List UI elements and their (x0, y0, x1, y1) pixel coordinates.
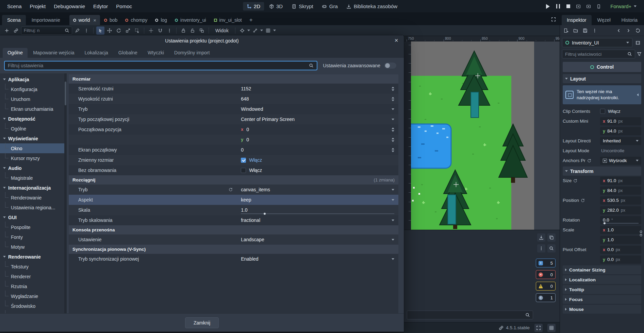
tree-category-aplikacja[interactable]: Aplikacja (0, 74, 67, 84)
link-button[interactable] (12, 27, 20, 35)
tree-item-konfiguracja[interactable]: Konfiguracja (0, 84, 67, 94)
tree-scrollbar[interactable] (64, 73, 67, 313)
tree-item-fonty[interactable]: Fonty (0, 232, 67, 242)
log-filter-input[interactable] (410, 313, 525, 318)
setting-row-bez-obramowania[interactable]: Bez obramowaniaWłącz (69, 165, 398, 175)
unlock-button[interactable] (188, 27, 197, 35)
scene-tab-log[interactable]: log (151, 15, 171, 25)
setting-row-tryb[interactable]: TrybWindowed (69, 104, 398, 114)
save-button[interactable] (581, 27, 589, 35)
tree-item-rzutnia[interactable]: Rzutnia (0, 281, 67, 291)
list-select-button[interactable] (133, 27, 141, 35)
tree-item-rodowisko[interactable]: Środowisko (0, 301, 67, 311)
scene-tab-world[interactable]: world× (69, 15, 100, 25)
checkbox[interactable] (241, 168, 246, 173)
dropdown-control[interactable] (392, 220, 394, 221)
view-menu-button[interactable]: Widok (212, 27, 232, 34)
property-value[interactable]: y84.0px (600, 187, 641, 195)
stop-button[interactable] (564, 2, 572, 11)
dropdown-control[interactable] (392, 108, 394, 110)
snap-button[interactable] (156, 27, 164, 35)
pause-button[interactable] (554, 2, 562, 11)
new-resource-button[interactable] (562, 27, 570, 35)
property-value[interactable]: y84.0px (600, 127, 641, 135)
inspector-section-layout[interactable]: Layout (563, 74, 641, 83)
property-value[interactable]: y1.0 (600, 236, 641, 244)
tree-category-wy-wietlanie[interactable]: Wyświetlanie (0, 134, 67, 143)
spin-control[interactable] (392, 87, 394, 91)
inspector-section-localization[interactable]: Localization (563, 275, 641, 284)
menu-scena[interactable]: Scena (3, 2, 26, 11)
dropdown-control[interactable] (392, 119, 394, 120)
property-value[interactable]: y282.0px (600, 206, 641, 214)
tree-item-okno[interactable]: Okno (0, 143, 67, 153)
scene-canvas[interactable] (411, 41, 560, 230)
badge-warnings[interactable]: !0 (536, 282, 556, 291)
2d-viewport[interactable]: 750800850900950 (404, 36, 560, 230)
tree-item-uruchom[interactable]: Uruchom (0, 94, 67, 104)
dock-tab-inspektor[interactable]: Inspektor (562, 15, 592, 25)
filter-options-icon[interactable] (637, 50, 642, 58)
slider-track[interactable] (603, 223, 639, 224)
scene-tab-inv-ui-slot[interactable]: inv_ui_slot (210, 15, 246, 25)
history-button[interactable] (634, 27, 642, 35)
property-value[interactable]: Wyśrodk (600, 157, 641, 165)
setting-row-tryb-skalowania[interactable]: Tryb skalowaniafractional (69, 215, 398, 225)
spin-control[interactable] (392, 148, 394, 152)
spinbox-arrows-icon[interactable] (392, 148, 394, 152)
spinbox-arrows-icon[interactable] (392, 138, 394, 142)
checkbox[interactable] (241, 158, 246, 163)
play-scene-button[interactable] (574, 2, 582, 11)
move-button[interactable] (105, 27, 114, 35)
dropdown-control[interactable] (392, 189, 394, 191)
revert-icon[interactable] (573, 179, 577, 183)
renderer-select[interactable]: Forward+ (608, 3, 639, 10)
select-button[interactable] (96, 27, 104, 35)
tree-item-tekstury[interactable]: Tekstury (0, 262, 67, 271)
tree-item-renderer[interactable]: Renderer (0, 271, 67, 281)
menu-debugowanie[interactable]: Debugowanie (50, 2, 89, 11)
tree-category-gui[interactable]: GUI (0, 212, 67, 222)
setting-row-skala[interactable]: Skala1.0 (69, 205, 398, 215)
setting-row-zmienny-rozmiar[interactable]: Zmienny rozmiarWłącz (69, 155, 398, 165)
dock-tab-w-ze[interactable]: Węzeł (592, 15, 616, 25)
remote-debug-button[interactable] (595, 2, 603, 11)
dropdown-control[interactable] (392, 199, 394, 201)
property-value[interactable]: x0.0px (600, 246, 641, 254)
scene-tab-chompy[interactable]: chompy (121, 15, 151, 25)
settings-tab-domy-lny-import[interactable]: Domyślny import (169, 48, 214, 58)
dock-tab-historia[interactable]: Historia (616, 15, 643, 25)
brush-button[interactable] (73, 27, 81, 35)
settings-search-input[interactable] (8, 63, 307, 68)
property-value[interactable]: x91.0px (600, 117, 641, 125)
spinbox-arrows-icon[interactable] (392, 97, 394, 101)
kebab-button[interactable] (82, 27, 90, 35)
collapse-log-icon[interactable] (537, 244, 545, 252)
toggle-bottom-panel-icon[interactable] (534, 324, 543, 332)
settings-tab-wtyczki[interactable]: Wtyczki (143, 48, 169, 58)
close-dialog-icon[interactable]: × (392, 37, 400, 44)
back-button[interactable] (615, 27, 623, 35)
download-log-icon[interactable] (537, 233, 545, 242)
group-button[interactable] (198, 27, 206, 35)
dropdown-control[interactable] (392, 258, 394, 260)
revert-icon[interactable] (587, 159, 591, 163)
property-value[interactable]: Włącz (600, 109, 641, 114)
setting-row-ustawienie[interactable]: UstawienieLandscape (69, 234, 398, 245)
spin-control[interactable] (392, 97, 394, 101)
tree-category-audio[interactable]: Audio (0, 163, 67, 173)
tree-category-renderowanie[interactable]: Renderowanie (0, 252, 67, 262)
dialog-titlebar[interactable]: Ustawienia projektu (project.godot) × (0, 35, 404, 46)
mode-biblioteka-zasob-w[interactable]: Biblioteka zasobów (343, 2, 401, 11)
revert-icon[interactable] (229, 188, 237, 192)
scene-tab-inventory-ui[interactable]: inventory_ui (171, 15, 210, 25)
tree-item-og-lne[interactable]: Ogólne (0, 124, 67, 134)
dropdown-control[interactable] (392, 239, 394, 241)
property-value[interactable]: x91.0px (600, 177, 641, 185)
kebab-button[interactable] (591, 27, 599, 35)
play-button[interactable] (544, 2, 552, 11)
search-log-icon[interactable] (547, 244, 556, 252)
settings-tab-og-lne[interactable]: Ogólne (3, 48, 28, 58)
grid-button[interactable] (264, 27, 272, 35)
spinbox-arrows-icon[interactable] (392, 127, 394, 132)
